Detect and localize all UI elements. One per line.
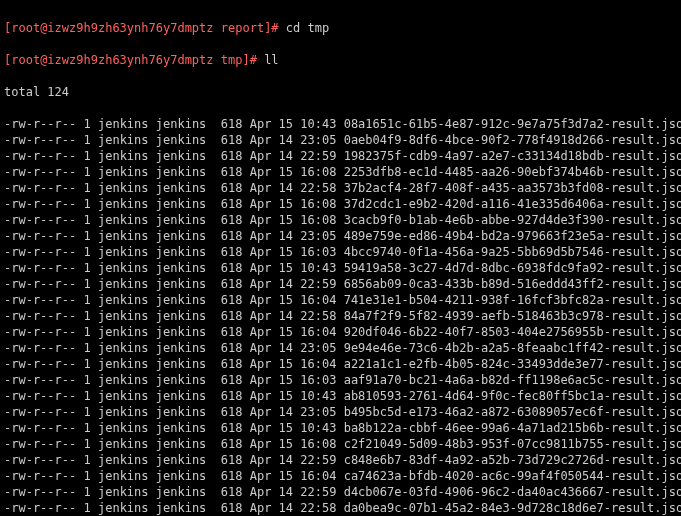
listing-row: -rw-r--r-- 1 jenkins jenkins 618 Apr 14 … [4,340,677,356]
links: 1 [83,117,90,131]
perm: -rw-r--r-- [4,325,76,339]
user-host: root@izwz9h9zh63ynh76y7dmptz [11,53,213,67]
date: Apr 14 23:05 [250,133,337,147]
links: 1 [83,373,90,387]
links: 1 [83,165,90,179]
date: Apr 15 16:03 [250,245,337,259]
owner: jenkins [98,149,149,163]
group: jenkins [156,181,207,195]
file-name: 2253dfb8-ec1d-4485-aa26-90ebf374b46b-res… [344,165,681,179]
group: jenkins [156,277,207,291]
listing-row: -rw-r--r-- 1 jenkins jenkins 618 Apr 15 … [4,196,677,212]
group: jenkins [156,293,207,307]
perm: -rw-r--r-- [4,501,76,515]
group: jenkins [156,421,207,435]
file-name: d4cb067e-03fd-4906-96c2-da40ac436667-res… [344,485,681,499]
perm: -rw-r--r-- [4,165,76,179]
links: 1 [83,421,90,435]
total-line: total 124 [4,84,677,100]
perm: -rw-r--r-- [4,245,76,259]
group: jenkins [156,149,207,163]
perm: -rw-r--r-- [4,421,76,435]
command: ll [264,53,278,67]
perm: -rw-r--r-- [4,437,76,451]
listing-row: -rw-r--r-- 1 jenkins jenkins 618 Apr 15 … [4,212,677,228]
group: jenkins [156,373,207,387]
owner: jenkins [98,261,149,275]
date: Apr 14 22:59 [250,149,337,163]
links: 1 [83,261,90,275]
group: jenkins [156,261,207,275]
file-name: ca74623a-bfdb-4020-ac6c-99af4f050544-res… [344,469,681,483]
perm: -rw-r--r-- [4,149,76,163]
perm: -rw-r--r-- [4,197,76,211]
listing-row: -rw-r--r-- 1 jenkins jenkins 618 Apr 14 … [4,228,677,244]
size: 618 [214,261,243,275]
cwd: tmp [221,53,243,67]
links: 1 [83,181,90,195]
listing-row: -rw-r--r-- 1 jenkins jenkins 618 Apr 15 … [4,388,677,404]
file-name: 4bcc9740-0f1a-456a-9a25-5bb69d5b7546-res… [344,245,681,259]
date: Apr 15 16:04 [250,293,337,307]
perm: -rw-r--r-- [4,261,76,275]
date: Apr 14 23:05 [250,405,337,419]
prompt-line-2: [root@izwz9h9zh63ynh76y7dmptz tmp]# ll [4,52,677,68]
terminal-output[interactable]: [root@izwz9h9zh63ynh76y7dmptz report]# c… [0,0,681,516]
owner: jenkins [98,341,149,355]
listing-row: -rw-r--r-- 1 jenkins jenkins 618 Apr 14 … [4,452,677,468]
listing-row: -rw-r--r-- 1 jenkins jenkins 618 Apr 14 … [4,132,677,148]
perm: -rw-r--r-- [4,229,76,243]
file-name: 84a7f2f9-5f82-4939-aefb-518463b3c978-res… [344,309,681,323]
size: 618 [214,437,243,451]
size: 618 [214,373,243,387]
file-name: 6856ab09-0ca3-433b-b89d-516eddd43ff2-res… [344,277,681,291]
owner: jenkins [98,389,149,403]
listing-row: -rw-r--r-- 1 jenkins jenkins 618 Apr 14 … [4,180,677,196]
perm: -rw-r--r-- [4,485,76,499]
date: Apr 15 10:43 [250,389,337,403]
perm: -rw-r--r-- [4,357,76,371]
date: Apr 15 16:08 [250,197,337,211]
command: cd tmp [286,21,329,35]
owner: jenkins [98,469,149,483]
date: Apr 14 22:59 [250,485,337,499]
size: 618 [214,453,243,467]
date: Apr 14 22:58 [250,309,337,323]
listing-row: -rw-r--r-- 1 jenkins jenkins 618 Apr 15 … [4,436,677,452]
file-name: aaf91a70-bc21-4a6a-b82d-ff1198e6ac5c-res… [344,373,681,387]
date: Apr 14 22:58 [250,501,337,515]
listing-row: -rw-r--r-- 1 jenkins jenkins 618 Apr 14 … [4,484,677,500]
listing-row: -rw-r--r-- 1 jenkins jenkins 618 Apr 15 … [4,260,677,276]
file-name: c848e6b7-83df-4a92-a52b-73d729c2726d-res… [344,453,681,467]
date: Apr 14 22:59 [250,453,337,467]
listing-row: -rw-r--r-- 1 jenkins jenkins 618 Apr 14 … [4,404,677,420]
size: 618 [214,181,243,195]
date: Apr 14 23:05 [250,229,337,243]
file-name: 920df046-6b22-40f7-8503-404e2756955b-res… [344,325,681,339]
perm: -rw-r--r-- [4,277,76,291]
links: 1 [83,341,90,355]
links: 1 [83,229,90,243]
perm: -rw-r--r-- [4,117,76,131]
file-name: da0bea9c-07b1-45a2-84e3-9d728c18d6e7-res… [344,501,681,515]
file-name: b495bc5d-e173-46a2-a872-63089057ec6f-res… [344,405,681,419]
links: 1 [83,325,90,339]
size: 618 [214,341,243,355]
perm: -rw-r--r-- [4,341,76,355]
prompt-line-1: [root@izwz9h9zh63ynh76y7dmptz report]# c… [4,20,677,36]
group: jenkins [156,485,207,499]
size: 618 [214,501,243,515]
group: jenkins [156,213,207,227]
listing-row: -rw-r--r-- 1 jenkins jenkins 618 Apr 15 … [4,420,677,436]
perm: -rw-r--r-- [4,293,76,307]
date: Apr 15 16:04 [250,325,337,339]
listing-row: -rw-r--r-- 1 jenkins jenkins 618 Apr 15 … [4,372,677,388]
owner: jenkins [98,421,149,435]
links: 1 [83,245,90,259]
owner: jenkins [98,117,149,131]
links: 1 [83,149,90,163]
links: 1 [83,213,90,227]
group: jenkins [156,245,207,259]
group: jenkins [156,229,207,243]
owner: jenkins [98,181,149,195]
